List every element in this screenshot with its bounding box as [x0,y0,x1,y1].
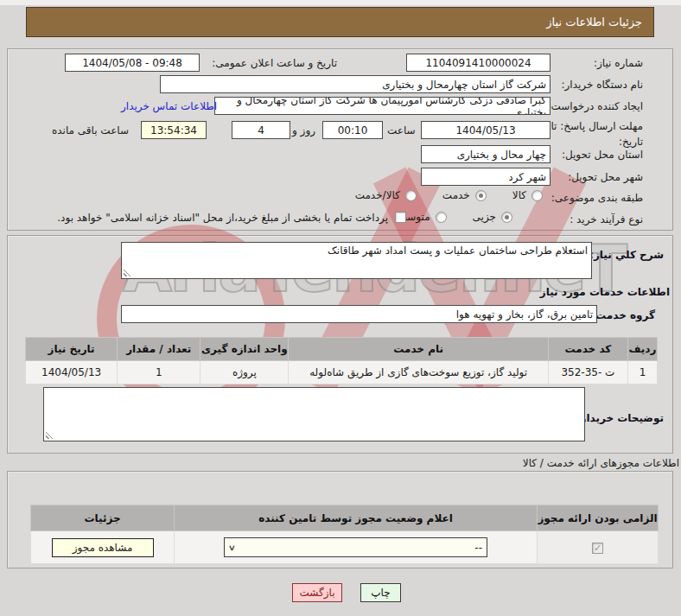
deadline-date-value: 1404/05/13 [455,124,515,137]
service-group-label: گروه خدمت: [591,309,655,321]
buyer-org-label: نام دستگاه خریدار: [562,79,644,91]
licenses-section-title: اطلاعات مجوزهای ارائه خدمت / کالا [523,457,679,469]
radio-icon[interactable] [405,190,417,201]
col-need-date: تاریخ نیاز [26,338,118,361]
announce-datetime-value: 1404/05/08 - 09:48 [82,57,182,69]
buyer-org-field[interactable]: شرکت گاز استان چهارمحال و بختیاری [160,75,551,93]
service-group-value: تامین برق، گاز، بخار و تهویه هوا [456,308,593,321]
print-button[interactable]: چاپ [360,583,401,602]
view-license-button[interactable]: مشاهده مجوز [52,538,154,557]
back-button[interactable]: بازگشت [292,583,342,602]
time-remaining-field[interactable]: 13:54:34 [141,121,207,139]
days-remaining-value: 4 [258,124,264,137]
license-required-checkbox-icon[interactable] [592,543,603,554]
col-row-number: ردیف [627,338,657,361]
license-status-cell: -- ∨ [175,531,538,564]
delivery-province-label: استان محل تحویل: [562,149,643,161]
resize-grip-icon[interactable] [46,431,54,439]
radio-option-goods-service[interactable]: کالا/خدمت [355,189,417,201]
request-creator-label: ایجاد کننده درخواست: [547,100,643,112]
radio-option-goods[interactable]: کالا [512,189,543,201]
reply-deadline-label: مهلت ارسال پاسخ: تا تاریخ: [546,118,643,149]
buyer-contact-link[interactable]: اطلاعات تماس خریدار [121,100,217,112]
radio-label: خدمت [442,189,470,201]
hours-remaining-label: ساعت باقی مانده [52,124,129,137]
buyer-org-value: شرکت گاز استان چهارمحال و بختیاری [382,79,546,91]
service-need-date: 1404/05/13 [26,361,118,384]
page-title-bar: جزئیات اطلاعات نیاز [26,7,654,37]
delivery-city-field[interactable]: شهر کرد [421,168,551,186]
announce-datetime-field[interactable]: 1404/05/08 - 09:48 [65,54,200,72]
services-section-title: اطلاعات خدمات مورد نیاز [540,286,670,298]
col-license-required: الزامی بودن ارائه مجوز [538,505,659,531]
buyer-notes-label: توضیحات خریدار: [576,412,664,424]
service-table-row: 1 352-35- ت تولید گاز، توزیع سوخت‌های گا… [26,361,658,384]
service-code: 352-35- ت [548,361,627,384]
buyer-notes-text [44,388,584,391]
radio-option-partial[interactable]: جزیی [473,211,512,223]
process-type-radio-group: جزیی متوسط [398,211,512,223]
chevron-down-icon: ∨ [228,543,236,552]
services-table: ردیف کد خدمت نام خدمت واحد اندازه گیری ت… [25,337,658,384]
col-quantity: تعداد / مقدار [118,338,200,361]
time-remaining-value: 13:54:34 [150,124,197,137]
license-required-cell [538,531,659,564]
col-service-code: کد خدمت [548,338,627,361]
need-summary-textarea[interactable]: استعلام طراحی ساختمان عملیات و پست امداد… [121,242,592,279]
request-creator-field[interactable]: کبرا صادقی دزکی کارشناس امورپیمان ها شرک… [214,97,551,115]
deadline-date-field[interactable]: 1404/05/13 [421,121,551,139]
radio-checked-icon[interactable] [475,190,487,201]
delivery-province-field[interactable]: چهار محال و بختیاری [421,145,551,163]
need-summary-label: شرح کلي نیاز: [589,249,664,261]
delivery-province-value: چهار محال و بختیاری [457,149,546,161]
delivery-city-value: شهر کرد [508,171,546,183]
classification-radio-group: کالا خدمت کالا/خدمت [355,189,543,201]
delivery-city-label: شهر محل تحویل: [568,171,643,183]
radio-option-service[interactable]: خدمت [442,189,487,201]
request-creator-value: کبرا صادقی دزکی کارشناس امورپیمان ها شرک… [219,97,546,115]
treasury-payment-option[interactable]: پرداخت تمام یا بخشی از مبلغ خرید،از محل … [48,212,406,224]
deadline-time-field[interactable]: 00:10 [322,121,383,139]
days-remaining-field[interactable]: 4 [232,121,290,139]
license-status-value: -- [474,542,482,554]
licenses-table-header-row: الزامی بودن ارائه مجوز اعلام وضعیت مجوز … [31,505,659,531]
days-and-label: روز و [292,124,315,137]
checkbox-icon[interactable] [395,212,406,223]
radio-icon[interactable] [436,212,447,223]
license-details-cell: مشاهده مجوز [31,531,175,564]
service-name: تولید گاز، توزیع سوخت‌های گازی از طریق ش… [289,361,548,384]
need-number-value: 1104091410000024 [425,57,531,69]
service-quantity: 1 [118,361,200,384]
licenses-table: الزامی بودن ارائه مجوز اعلام وضعیت مجوز … [30,505,659,564]
deadline-time-value: 00:10 [338,124,368,137]
col-unit: واحد اندازه گیری [200,338,289,361]
service-group-field[interactable]: تامین برق، گاز، بخار و تهویه هوا [121,305,597,323]
radio-checked-icon[interactable] [501,212,512,223]
services-table-header-row: ردیف کد خدمت نام خدمت واحد اندازه گیری ت… [26,338,658,361]
need-details-page: جزئیات اطلاعات نیاز AriaTender.neT شماره… [0,0,681,616]
page-title: جزئیات اطلاعات نیاز [546,16,642,29]
resize-grip-icon[interactable] [124,269,131,276]
service-row-number: 1 [627,361,657,384]
treasury-payment-label: پرداخت تمام یا بخشی از مبلغ خرید،از محل … [57,212,388,224]
hour-label: ساعت [387,124,416,137]
radio-label: جزیی [473,211,496,223]
col-service-name: نام خدمت [289,338,548,361]
col-details: جزئیات [31,505,175,531]
need-number-label: شماره نیاز: [594,57,643,69]
service-unit: پروژه [200,361,289,384]
need-summary-text: استعلام طراحی ساختمان عملیات و پست امداد… [122,243,591,258]
col-license-status: اعلام وضعیت مجوز توسط تامین کننده [175,505,538,531]
announce-datetime-label: تاریخ و ساعت اعلان عمومی: [212,57,337,69]
radio-icon[interactable] [531,190,543,201]
radio-label: کالا/خدمت [355,189,400,201]
top-strip [0,0,681,5]
need-number-field[interactable]: 1104091410000024 [406,54,551,72]
radio-label: کالا [512,189,526,201]
classification-label: طبقه بندی موضوعی: [551,192,643,204]
process-type-label: نوع فرآیند خرید : [570,213,643,225]
buyer-notes-textarea[interactable] [43,387,585,441]
license-status-select[interactable]: -- ∨ [224,537,487,557]
license-table-row: -- ∨ مشاهده مجوز [31,531,659,564]
